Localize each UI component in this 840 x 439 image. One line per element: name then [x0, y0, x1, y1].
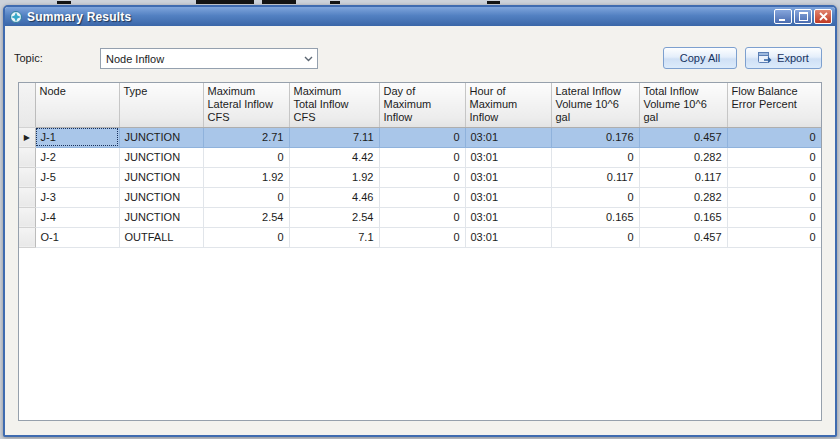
row-indicator-header — [19, 83, 35, 127]
topic-dropdown-value: Node Inflow — [106, 53, 164, 65]
desktop-artifact — [330, 1, 340, 4]
window-client-area: Topic: Node Inflow Copy All Export — [5, 26, 835, 435]
desktop-artifact — [262, 0, 296, 4]
close-button[interactable] — [814, 9, 832, 24]
grid-cell[interactable]: 1.92 — [203, 167, 289, 187]
grid-row[interactable]: ▶J-1JUNCTION2.717.11003:010.1760.4570 — [19, 127, 821, 147]
desktop-artifact — [57, 1, 71, 4]
minimize-button[interactable] — [774, 9, 792, 24]
grid-cell[interactable]: 2.54 — [203, 207, 289, 227]
column-header[interactable]: Hour of Maximum Inflow — [465, 83, 551, 127]
grid-row[interactable]: O-1OUTFALL07.1003:0100.4570 — [19, 227, 821, 247]
grid-cell[interactable]: 0.457 — [639, 227, 727, 247]
grid-cell[interactable]: 03:01 — [465, 187, 551, 207]
grid-cell[interactable]: 4.46 — [289, 187, 379, 207]
grid-cell[interactable]: 03:01 — [465, 147, 551, 167]
grid-cell[interactable]: J-3 — [35, 187, 119, 207]
grid-cell[interactable]: 0 — [551, 227, 639, 247]
topic-dropdown[interactable]: Node Inflow — [100, 48, 318, 69]
row-indicator[interactable]: ▶ — [19, 127, 35, 147]
grid-cell[interactable]: 0 — [551, 147, 639, 167]
grid-cell[interactable]: 0 — [379, 167, 465, 187]
grid-cell[interactable]: 2.54 — [289, 207, 379, 227]
grid-cell[interactable]: OUTFALL — [119, 227, 203, 247]
grid-cell[interactable]: 0 — [379, 207, 465, 227]
results-table: NodeTypeMaximum Lateral Inflow CFSMaximu… — [19, 83, 822, 248]
grid-header-row: NodeTypeMaximum Lateral Inflow CFSMaximu… — [19, 83, 821, 127]
grid-cell[interactable]: 0.282 — [639, 187, 727, 207]
grid-cell[interactable]: 2.71 — [203, 127, 289, 147]
desktop-artifact — [196, 0, 254, 4]
grid-cell[interactable]: J-5 — [35, 167, 119, 187]
grid-cell[interactable]: 0.117 — [639, 167, 727, 187]
row-indicator[interactable] — [19, 167, 35, 187]
grid-cell[interactable]: 7.1 — [289, 227, 379, 247]
export-label: Export — [777, 52, 809, 64]
grid-row[interactable]: J-4JUNCTION2.542.54003:010.1650.1650 — [19, 207, 821, 227]
grid-row[interactable]: J-5JUNCTION1.921.92003:010.1170.1170 — [19, 167, 821, 187]
grid-cell[interactable]: 03:01 — [465, 167, 551, 187]
grid-cell[interactable]: 0 — [727, 187, 821, 207]
grid-cell[interactable]: 03:01 — [465, 127, 551, 147]
grid-cell[interactable]: JUNCTION — [119, 147, 203, 167]
chevron-down-icon — [300, 49, 317, 68]
grid-cell[interactable]: 0.117 — [551, 167, 639, 187]
grid-cell[interactable]: 0.457 — [639, 127, 727, 147]
row-indicator[interactable] — [19, 187, 35, 207]
grid-cell[interactable]: 0.282 — [639, 147, 727, 167]
copy-all-label: Copy All — [680, 52, 720, 64]
grid-cell[interactable]: 0 — [379, 147, 465, 167]
grid-cell[interactable]: 0 — [551, 187, 639, 207]
grid-cell[interactable]: 0 — [203, 147, 289, 167]
column-header[interactable]: Lateral Inflow Volume 10^6 gal — [551, 83, 639, 127]
column-header[interactable]: Maximum Total Inflow CFS — [289, 83, 379, 127]
grid-cell[interactable]: 0.176 — [551, 127, 639, 147]
grid-cell[interactable]: 0 — [379, 227, 465, 247]
row-indicator[interactable] — [19, 147, 35, 167]
grid-row[interactable]: J-3JUNCTION04.46003:0100.2820 — [19, 187, 821, 207]
topic-label: Topic: — [14, 52, 43, 64]
grid-cell[interactable]: JUNCTION — [119, 167, 203, 187]
grid-cell[interactable]: 0 — [379, 187, 465, 207]
grid-cell[interactable]: 03:01 — [465, 207, 551, 227]
grid-cell[interactable]: 0 — [727, 207, 821, 227]
export-button[interactable]: Export — [745, 47, 822, 69]
summary-results-window: Summary Results Topic: Node Inflow Copy … — [3, 5, 837, 437]
column-header[interactable]: Maximum Lateral Inflow CFS — [203, 83, 289, 127]
grid-cell[interactable]: JUNCTION — [119, 127, 203, 147]
grid-cell[interactable]: JUNCTION — [119, 187, 203, 207]
titlebar[interactable]: Summary Results — [5, 7, 835, 26]
window-controls — [774, 9, 832, 24]
grid-cell[interactable]: 0.165 — [551, 207, 639, 227]
column-header[interactable]: Day of Maximum Inflow — [379, 83, 465, 127]
grid-cell[interactable]: 1.92 — [289, 167, 379, 187]
app-icon — [9, 10, 23, 24]
grid-cell[interactable]: 0 — [203, 227, 289, 247]
grid-cell[interactable]: 4.42 — [289, 147, 379, 167]
grid-cell[interactable]: J-4 — [35, 207, 119, 227]
column-header[interactable]: Total Inflow Volume 10^6 gal — [639, 83, 727, 127]
grid-cell[interactable]: 0.165 — [639, 207, 727, 227]
column-header[interactable]: Flow Balance Error Percent — [727, 83, 821, 127]
row-indicator[interactable] — [19, 207, 35, 227]
grid-cell[interactable]: 0 — [203, 187, 289, 207]
grid-cell[interactable]: JUNCTION — [119, 207, 203, 227]
grid-cell[interactable]: 0 — [727, 167, 821, 187]
grid-cell[interactable]: 0 — [379, 127, 465, 147]
results-grid: NodeTypeMaximum Lateral Inflow CFSMaximu… — [18, 82, 822, 421]
copy-all-button[interactable]: Copy All — [663, 47, 737, 69]
grid-row[interactable]: J-2JUNCTION04.42003:0100.2820 — [19, 147, 821, 167]
grid-cell[interactable]: 0 — [727, 147, 821, 167]
grid-cell[interactable]: 0 — [727, 227, 821, 247]
grid-cell[interactable]: 03:01 — [465, 227, 551, 247]
row-indicator[interactable] — [19, 227, 35, 247]
grid-cell[interactable]: J-2 — [35, 147, 119, 167]
grid-cell[interactable]: 7.11 — [289, 127, 379, 147]
column-header[interactable]: Node — [35, 83, 119, 127]
column-header[interactable]: Type — [119, 83, 203, 127]
grid-cell[interactable]: J-1 — [35, 127, 119, 147]
maximize-button[interactable] — [794, 9, 812, 24]
grid-cell[interactable]: 0 — [727, 127, 821, 147]
grid-cell[interactable]: O-1 — [35, 227, 119, 247]
desktop-artifact — [487, 1, 500, 4]
